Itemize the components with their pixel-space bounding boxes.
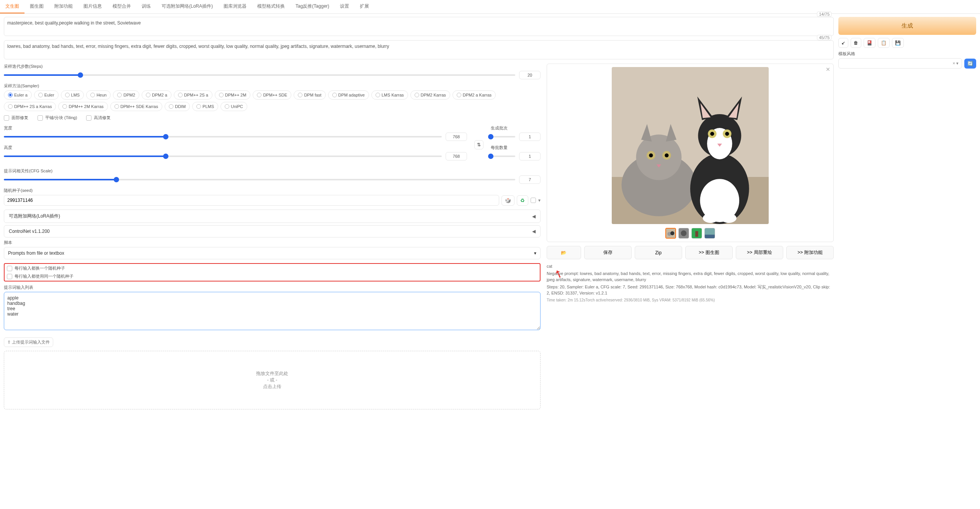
steps-label: 采样迭代步数(Steps)	[4, 64, 541, 69]
seed-extra-check[interactable]	[531, 198, 536, 203]
caret-left-icon: ◀	[532, 214, 536, 219]
tab-7[interactable]: 图库浏览器	[218, 0, 252, 13]
upload-prompts-button[interactable]: ⇧ 上传提示词输入文件	[4, 337, 53, 347]
lora-accordion[interactable]: 可选附加网络(LoRA插件)◀	[4, 209, 541, 223]
batch-size-slider[interactable]	[491, 155, 515, 157]
sampler-option[interactable]: DPM++ 2M Karras	[58, 102, 108, 111]
tiling-check[interactable]: 平铺/分块 (Tiling)	[38, 115, 77, 121]
sampler-option[interactable]: DPM++ SDE Karras	[110, 102, 162, 111]
steps-value[interactable]: 20	[519, 71, 541, 79]
seed-dropdown-icon[interactable]: ▾	[538, 198, 541, 203]
thumbnail[interactable]	[691, 228, 702, 239]
face-restore-check[interactable]: 面部修复	[4, 115, 28, 121]
sampler-option[interactable]: Euler	[34, 90, 59, 100]
sampler-option[interactable]: Euler a	[4, 90, 32, 100]
script-select[interactable]: Prompts from file or textbox▾	[4, 247, 541, 259]
save-button[interactable]: 保存	[584, 246, 632, 259]
swap-dims-button[interactable]: ⇅	[474, 140, 483, 149]
tab-6[interactable]: 可选附加网络(LoRA插件)	[156, 0, 218, 13]
extra-networks-button[interactable]: 🎴	[864, 38, 875, 48]
send-extras-button[interactable]: >> 附加功能	[786, 246, 834, 259]
sampler-option[interactable]: DPM2 a Karras	[452, 90, 496, 100]
sampler-option[interactable]: DPM++ SDE	[253, 90, 291, 100]
tab-9[interactable]: Tag反推(Tagger)	[290, 0, 335, 13]
seed-input[interactable]	[4, 195, 499, 206]
width-slider[interactable]	[4, 136, 442, 137]
sampler-option[interactable]: DPM fast	[294, 90, 325, 100]
clear-prompt-button[interactable]: 🗑	[851, 38, 861, 48]
height-slider[interactable]	[4, 155, 442, 157]
tab-0[interactable]: 文生图	[0, 0, 24, 13]
tab-8[interactable]: 模型格式转换	[252, 0, 290, 13]
svg-point-24	[703, 213, 719, 223]
sampler-option[interactable]: DPM++ 2S a	[174, 90, 212, 100]
zip-button[interactable]: Zip	[635, 246, 682, 259]
style-select[interactable]: × ▾	[838, 58, 962, 69]
output-image[interactable]	[612, 67, 769, 224]
sampler-option[interactable]: LMS	[61, 90, 84, 100]
close-icon[interactable]: ✕	[826, 66, 830, 72]
steps-slider[interactable]	[4, 74, 515, 76]
width-value[interactable]: 768	[446, 133, 467, 141]
tab-1[interactable]: 图生图	[24, 0, 49, 13]
sampler-option[interactable]: DPM2	[113, 90, 139, 100]
cfg-slider[interactable]	[4, 179, 515, 180]
svg-point-25	[721, 213, 737, 223]
cfg-value[interactable]: 7	[519, 175, 541, 184]
tab-10[interactable]: 设置	[335, 0, 354, 13]
generation-info: cat Negative prompt: lowres, bad anatomy…	[547, 263, 834, 303]
batch-size-value[interactable]: 1	[519, 152, 541, 160]
hires-check[interactable]: 高清修复	[86, 115, 111, 121]
seed-label: 随机种子(seed)	[4, 188, 541, 193]
batch-count-slider[interactable]	[491, 136, 515, 137]
read-prompt-button[interactable]: ↙	[838, 38, 848, 48]
chevron-down-icon: ▾	[534, 250, 536, 256]
svg-rect-32	[695, 231, 698, 237]
batch-count-value[interactable]: 1	[519, 133, 541, 141]
neg-prompt-input[interactable]	[4, 40, 834, 59]
prompt-input[interactable]	[4, 17, 834, 36]
neg-prompt-wrapper: 45/75	[4, 40, 834, 61]
iterate-seed-check[interactable]: 每行输入都换一个随机种子	[7, 265, 537, 271]
thumbnail[interactable]	[704, 228, 715, 239]
tab-3[interactable]: 图片信息	[78, 0, 107, 13]
send-inpaint-button[interactable]: >> 局部重绘	[736, 246, 783, 259]
sampler-option[interactable]: Heun	[86, 90, 111, 100]
svg-point-9	[665, 154, 668, 157]
sampler-option[interactable]: PLMS	[192, 102, 218, 111]
tab-11[interactable]: 扩展	[354, 0, 374, 13]
batch-count-label: 生成批次	[491, 125, 541, 131]
open-folder-button[interactable]: 📂	[547, 246, 581, 259]
send-img2img-button[interactable]: >> 图生图	[685, 246, 733, 259]
thumbnail[interactable]	[678, 228, 689, 239]
sampler-option[interactable]: LMS Karras	[371, 90, 408, 100]
file-dropzone[interactable]: 拖放文件至此处 - 或 - 点击上传	[4, 351, 541, 409]
sampler-option[interactable]: DPM adaptive	[328, 90, 369, 100]
sampler-option[interactable]: DPM++ 2M	[215, 90, 251, 100]
same-seed-check[interactable]: 每行输入都使用同一个随机种子	[7, 273, 537, 279]
batch-size-label: 每批数量	[491, 145, 541, 151]
sampler-option[interactable]: DPM++ 2S a Karras	[4, 102, 56, 111]
sampler-option[interactable]: DPM2 Karras	[410, 90, 450, 100]
thumbnail[interactable]	[665, 228, 676, 239]
refresh-style-button[interactable]: 🔄	[964, 59, 976, 69]
tab-4[interactable]: 模型合并	[107, 0, 136, 13]
prompt-list-input[interactable]	[4, 292, 541, 330]
height-value[interactable]: 768	[446, 152, 467, 160]
tab-5[interactable]: 训练	[136, 0, 156, 13]
sampler-option[interactable]: DDIM	[165, 102, 190, 111]
sampler-option[interactable]: UniPC	[220, 102, 247, 111]
svg-point-20	[710, 132, 714, 136]
main-tabs: 文生图图生图附加功能图片信息模型合并训练可选附加网络(LoRA插件)图库浏览器模…	[0, 0, 980, 14]
tab-2[interactable]: 附加功能	[49, 0, 78, 13]
seed-reuse-button[interactable]: ♻	[517, 195, 528, 206]
generate-button[interactable]: 生成	[838, 17, 976, 35]
sampler-option[interactable]: DPM2 a	[142, 90, 172, 100]
controlnet-accordion[interactable]: ControlNet v1.1.200◀	[4, 225, 541, 237]
clipboard-button[interactable]: 📋	[878, 38, 890, 48]
save-style-button[interactable]: 💾	[892, 38, 904, 48]
cfg-label: 提示词相关性(CFG Scale)	[4, 168, 541, 174]
seed-random-button[interactable]: 🎲	[501, 195, 514, 206]
svg-point-28	[670, 231, 674, 235]
svg-point-30	[681, 231, 687, 236]
